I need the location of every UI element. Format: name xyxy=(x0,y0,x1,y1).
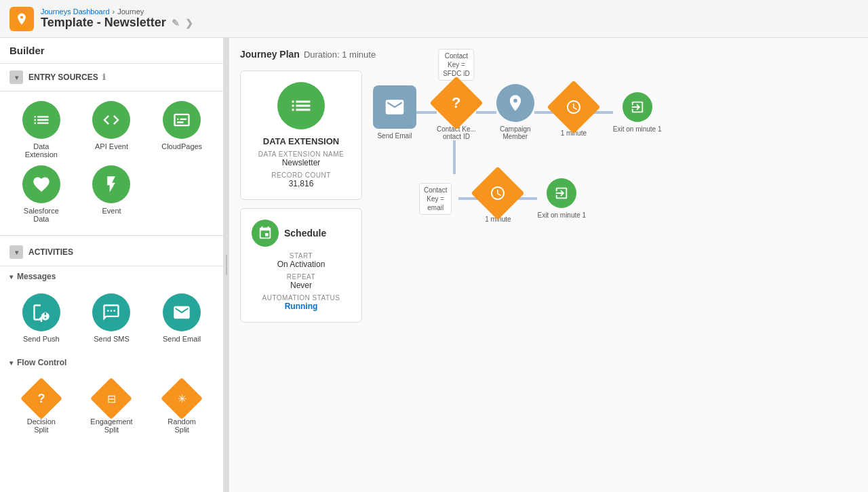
wait-1-node[interactable]: 1 minute xyxy=(555,88,593,137)
sidebar-item-api-event[interactable]: API Event xyxy=(80,101,144,159)
activities-label: ACTIVITIES xyxy=(28,247,73,257)
decision-annotation-top: Contact Key = SFDC iD xyxy=(438,49,474,81)
engagement-diamond: ⊟ xyxy=(90,377,132,419)
schedule-details: START On Activation REPEAT Never AUTOMAT… xyxy=(252,252,351,311)
messages-label: Messages xyxy=(17,272,56,281)
activities-chevron: ▾ xyxy=(9,245,23,259)
activities-header[interactable]: ▾ ACTIVITIES xyxy=(0,239,223,266)
journey-plan-title: Journey Plan xyxy=(240,49,300,60)
canvas: Journey Plan Duration: 1 minute DATA EXT… xyxy=(229,38,868,492)
random-icon-wrapper: ✳ xyxy=(163,380,201,417)
cloudpages-icon xyxy=(163,101,201,139)
send-email-icon xyxy=(163,293,201,331)
entry-sources-grid: DataExtension API Event CloudPages xyxy=(0,91,223,232)
data-extension-card-icon xyxy=(277,82,325,129)
exit-1-circle xyxy=(623,92,652,122)
bottom-annotation-wrapper: Contact Key = email xyxy=(419,183,458,215)
send-sms-label: Send SMS xyxy=(94,335,130,343)
info-icon: ℹ xyxy=(102,73,106,82)
engagement-label: EngagementSplit xyxy=(90,417,132,434)
flow-control-label: Flow Control xyxy=(17,358,66,367)
automation-status-value: Running xyxy=(252,302,351,311)
cloudpages-label: CloudPages xyxy=(161,142,202,150)
record-count-label: RECORD COUNT xyxy=(271,171,331,179)
entry-sources-header[interactable]: ▾ ENTRY SOURCES ℹ xyxy=(0,64,223,91)
decision-diamond: ? xyxy=(20,377,62,419)
decision-icon: ? xyxy=(37,392,45,406)
schedule-card[interactable]: Schedule START On Activation REPEAT Neve… xyxy=(240,208,362,323)
flow-control-subsection[interactable]: ▾ Flow Control xyxy=(0,352,223,370)
campaign-member-label: CampaignMember xyxy=(500,125,531,140)
resize-handle[interactable] xyxy=(224,38,229,492)
cards-column: DATA EXTENSION DATA EXTENSION NAME Newsl… xyxy=(240,70,362,323)
wait-2-node[interactable]: 1 minute xyxy=(479,174,517,223)
app-icon xyxy=(9,7,34,31)
schedule-card-title: Schedule xyxy=(284,228,326,239)
engagement-icon: ⊟ xyxy=(107,392,116,405)
vertical-connector xyxy=(453,140,456,174)
random-icon: ✳ xyxy=(178,392,186,405)
repeat-value: Never xyxy=(252,281,351,290)
start-label: START xyxy=(252,252,351,260)
entry-sources-label: ENTRY SOURCES xyxy=(28,73,98,82)
sidebar-item-cloudpages[interactable]: CloudPages xyxy=(150,101,214,159)
branch-area xyxy=(437,140,662,174)
decision-node[interactable]: Contact Key = SFDC iD ? Contact Ke...ont… xyxy=(437,84,476,140)
sidebar-item-event[interactable]: Event xyxy=(80,165,144,223)
sidebar-item-random[interactable]: ✳ RandomSplit xyxy=(150,380,214,434)
exit-2-node[interactable]: Exit on minute 1 xyxy=(537,178,586,219)
repeat-label: REPEAT xyxy=(252,273,351,281)
canvas-content: DATA EXTENSION DATA EXTENSION NAME Newsl… xyxy=(240,70,857,323)
sidebar-item-send-push[interactable]: Send Push xyxy=(9,293,73,343)
data-extension-name-label: DATA EXTENSION NAME xyxy=(258,150,344,158)
breadcrumb-journeys[interactable]: Journeys Dashboard xyxy=(41,7,110,16)
send-email-node[interactable]: Send Email xyxy=(373,85,416,140)
data-extension-icon xyxy=(22,101,60,139)
start-value: On Activation xyxy=(252,260,351,269)
random-diamond: ✳ xyxy=(161,377,203,419)
decision-question-icon: ? xyxy=(452,94,460,112)
campaign-member-node[interactable]: CampaignMember xyxy=(496,84,534,140)
flow-control-grid: ? DecisionSplit ⊟ EngagementSplit ✳ xyxy=(0,370,223,443)
exit-1-node[interactable]: Exit on minute 1 xyxy=(613,92,662,133)
page-title: Template - Newsletter ✎ ❯ xyxy=(41,16,193,30)
send-sms-icon xyxy=(92,293,130,331)
send-push-label: Send Push xyxy=(23,335,60,343)
send-email-rect xyxy=(373,85,416,129)
breadcrumb: Journeys Dashboard › Journey xyxy=(41,7,193,16)
decision-diamond: ? xyxy=(429,76,483,129)
canvas-header: Journey Plan Duration: 1 minute xyxy=(240,49,857,60)
decision-label: DecisionSplit xyxy=(27,417,56,434)
api-event-icon xyxy=(92,101,130,139)
data-extension-card[interactable]: DATA EXTENSION DATA EXTENSION NAME Newsl… xyxy=(240,70,362,200)
record-count-value: 31,816 xyxy=(289,179,314,188)
edit-icon[interactable]: ✎ xyxy=(172,18,180,28)
header: Journeys Dashboard › Journey Template - … xyxy=(0,0,868,38)
decision-annotation-bottom: Contact Key = email xyxy=(419,183,452,215)
builder-title: Builder xyxy=(9,45,45,56)
decision-icon-wrapper: ? xyxy=(22,380,60,417)
main-layout: Builder ▾ ENTRY SOURCES ℹ DataExtension … xyxy=(0,38,868,492)
messages-subsection[interactable]: ▾ Messages xyxy=(0,266,223,284)
connector-1 xyxy=(416,111,437,114)
sidebar-item-engagement[interactable]: ⊟ EngagementSplit xyxy=(80,380,144,434)
sidebar-item-send-sms[interactable]: Send SMS xyxy=(80,293,144,343)
sidebar-item-data-extension[interactable]: DataExtension xyxy=(9,101,73,159)
wait-2-diamond xyxy=(471,166,525,220)
sidebar-item-send-email[interactable]: Send Email xyxy=(150,293,214,343)
sidebar-item-decision[interactable]: ? DecisionSplit xyxy=(9,380,73,434)
random-label: RandomSplit xyxy=(167,417,196,434)
event-label: Event xyxy=(102,207,121,215)
wait-1-diamond xyxy=(547,80,600,134)
entry-sources-chevron: ▾ xyxy=(9,70,23,84)
engagement-icon-wrapper: ⊟ xyxy=(92,380,130,417)
data-extension-name-value: Newsletter xyxy=(282,158,321,167)
event-icon xyxy=(92,165,130,203)
forward-icon[interactable]: ❯ xyxy=(185,18,193,28)
flow-top-row: Send Email Contact Key = SFDC iD ? Conta… xyxy=(373,84,662,140)
automation-status-label: AUTOMATION STATUS xyxy=(252,294,351,302)
sidebar-item-salesforce-data[interactable]: SalesforceData xyxy=(9,165,73,223)
flow-diagram: Send Email Contact Key = SFDC iD ? Conta… xyxy=(373,70,662,237)
breadcrumb-journey: Journey xyxy=(117,7,144,16)
flow-control-arrow: ▾ xyxy=(9,359,13,367)
